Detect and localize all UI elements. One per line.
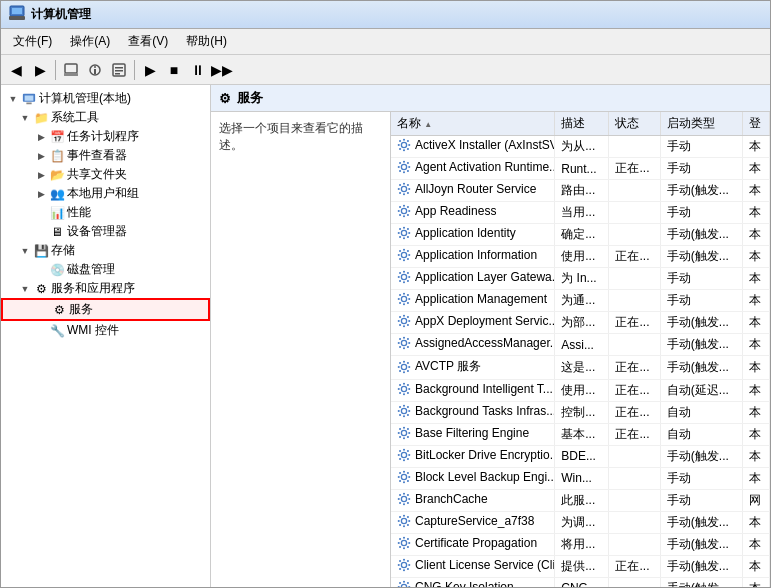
service-login-cell: 本: [742, 246, 769, 268]
col-header-login[interactable]: 登: [742, 112, 769, 136]
sidebar-item-storage[interactable]: ▼ 💾 存储: [1, 241, 210, 260]
sidebar-item-services-apps[interactable]: ▼ ⚙ 服务和应用程序: [1, 279, 210, 298]
col-header-desc[interactable]: 描述: [555, 112, 609, 136]
svg-point-33: [401, 186, 406, 191]
toolbar-separator-1: [55, 60, 56, 80]
sidebar-item-services[interactable]: ▶ ⚙ 服务: [1, 298, 210, 321]
col-header-status[interactable]: 状态: [609, 112, 660, 136]
sidebar-item-wmi[interactable]: ▶ 🔧 WMI 控件: [1, 321, 210, 340]
play-button[interactable]: ▶: [139, 59, 161, 81]
svg-point-116: [403, 393, 405, 395]
table-row[interactable]: CNG Key Isolation CNG... 手动(触发... 本: [391, 577, 770, 587]
sidebar-item-shared-folders[interactable]: ▶ 📂 共享文件夹: [1, 165, 210, 184]
table-row[interactable]: Agent Activation Runtime... Runt... 正在..…: [391, 158, 770, 180]
svg-point-145: [408, 453, 410, 455]
sidebar-item-performance[interactable]: ▶ 📊 性能: [1, 203, 210, 222]
svg-point-128: [399, 406, 401, 408]
service-login-cell: 本: [742, 577, 769, 587]
table-header-row: 名称 ▲ 描述 状态 启动类型 登: [391, 112, 770, 136]
properties-button[interactable]: [108, 59, 130, 81]
service-login-cell: 本: [742, 401, 769, 423]
shared-icon: 📂: [49, 167, 65, 183]
svg-point-198: [398, 585, 400, 587]
expand-icon-task: ▶: [33, 129, 49, 145]
service-name-cell: Application Layer Gatewa...: [391, 268, 555, 290]
table-row[interactable]: AppX Deployment Servic... 为部... 正在... 手动…: [391, 312, 770, 334]
menu-help[interactable]: 帮助(H): [178, 31, 235, 52]
services-table[interactable]: 名称 ▲ 描述 状态 启动类型 登: [391, 112, 770, 587]
sidebar-item-root[interactable]: ▼ 计算机管理(本地): [1, 89, 210, 108]
table-row[interactable]: Application Layer Gatewa... 为 In... 手动 本: [391, 268, 770, 290]
sidebar-item-event-viewer[interactable]: ▶ 📋 事件查看器: [1, 146, 210, 165]
table-row[interactable]: BranchCache 此服... 手动 网: [391, 489, 770, 511]
svg-point-140: [407, 428, 409, 430]
menu-action[interactable]: 操作(A): [62, 31, 118, 52]
menu-file[interactable]: 文件(F): [5, 31, 60, 52]
table-row[interactable]: AssignedAccessManager... Assi... 手动(触发..…: [391, 334, 770, 356]
table-row[interactable]: Client License Service (Cli... 提供... 正在.…: [391, 555, 770, 577]
svg-point-65: [399, 250, 401, 252]
service-status-cell: [609, 290, 660, 312]
service-desc-cell: 将用...: [555, 533, 609, 555]
service-desc-cell: 路由...: [555, 180, 609, 202]
table-row[interactable]: Background Intelligent T... 使用... 正在... …: [391, 379, 770, 401]
show-hide-button[interactable]: [84, 59, 106, 81]
table-row[interactable]: Application Management 为通... 手动 本: [391, 290, 770, 312]
svg-point-139: [399, 435, 401, 437]
forward-button[interactable]: ▶: [29, 59, 51, 81]
svg-point-120: [407, 391, 409, 393]
col-header-name[interactable]: 名称 ▲: [391, 112, 555, 136]
table-row[interactable]: Application Information 使用... 正在... 手动(触…: [391, 246, 770, 268]
svg-point-184: [399, 545, 401, 547]
service-login-cell: 本: [742, 224, 769, 246]
table-row[interactable]: Certificate Propagation 将用... 手动(触发... 本: [391, 533, 770, 555]
svg-point-158: [407, 472, 409, 474]
sidebar-item-device-manager[interactable]: ▶ 🖥 设备管理器: [1, 222, 210, 241]
svg-point-186: [401, 562, 406, 567]
restart-button[interactable]: ▶▶: [211, 59, 233, 81]
svg-point-29: [399, 162, 401, 164]
sidebar-item-local-users[interactable]: ▶ 👥 本地用户和组: [1, 184, 210, 203]
svg-point-200: [399, 582, 401, 584]
svg-point-101: [399, 338, 401, 340]
table-row[interactable]: App Readiness 当用... 手动 本: [391, 202, 770, 224]
service-name-cell: Background Intelligent T...: [391, 379, 555, 401]
svg-point-88: [403, 315, 405, 317]
table-row[interactable]: AVCTP 服务 这是... 正在... 手动(触发... 本: [391, 356, 770, 380]
table-row[interactable]: CaptureService_a7f38 为调... 手动(触发... 本: [391, 511, 770, 533]
up-button[interactable]: [60, 59, 82, 81]
table-row[interactable]: Background Tasks Infras... 控制... 正在... 自…: [391, 401, 770, 423]
back-button[interactable]: ◀: [5, 59, 27, 81]
svg-point-45: [398, 210, 400, 212]
table-row[interactable]: BitLocker Drive Encryptio... BDE... 手动(触…: [391, 445, 770, 467]
menu-view[interactable]: 查看(V): [120, 31, 176, 52]
service-login-cell: 本: [742, 555, 769, 577]
svg-point-90: [398, 320, 400, 322]
svg-point-22: [399, 148, 401, 150]
svg-point-60: [401, 252, 406, 257]
service-startup-cell: 手动(触发...: [660, 334, 742, 356]
pause-button[interactable]: ⏸: [187, 59, 209, 81]
table-row[interactable]: Application Identity 确定... 手动(触发... 本: [391, 224, 770, 246]
svg-point-35: [403, 193, 405, 195]
service-name-cell: Application Management: [391, 290, 555, 312]
service-name-cell: AVCTP 服务: [391, 356, 555, 380]
svg-point-203: [407, 582, 409, 584]
sidebar-label-storage: 存储: [51, 242, 75, 259]
table-row[interactable]: Base Filtering Engine 基本... 正在... 自动 本: [391, 423, 770, 445]
col-header-startup[interactable]: 启动类型: [660, 112, 742, 136]
svg-point-151: [403, 470, 405, 472]
content-body: 选择一个项目来查看它的描述。 名称 ▲ 描述 状态: [211, 112, 770, 587]
sidebar-item-task-scheduler[interactable]: ▶ 📅 任务计划程序: [1, 127, 210, 146]
table-row[interactable]: AllJoyn Router Service 路由... 手动(触发... 本: [391, 180, 770, 202]
table-row[interactable]: ActiveX Installer (AxInstSV) 为从... 手动 本: [391, 136, 770, 158]
perf-icon: 📊: [49, 205, 65, 221]
stop-button[interactable]: ■: [163, 59, 185, 81]
svg-point-115: [403, 382, 405, 384]
sidebar-item-disk-mgmt[interactable]: ▶ 💿 磁盘管理: [1, 260, 210, 279]
table-row[interactable]: Block Level Backup Engi... Win... 手动 本: [391, 467, 770, 489]
svg-point-76: [399, 280, 401, 282]
service-status-cell: [609, 467, 660, 489]
svg-point-70: [403, 271, 405, 273]
sidebar-item-system-tools[interactable]: ▼ 📁 系统工具: [1, 108, 210, 127]
